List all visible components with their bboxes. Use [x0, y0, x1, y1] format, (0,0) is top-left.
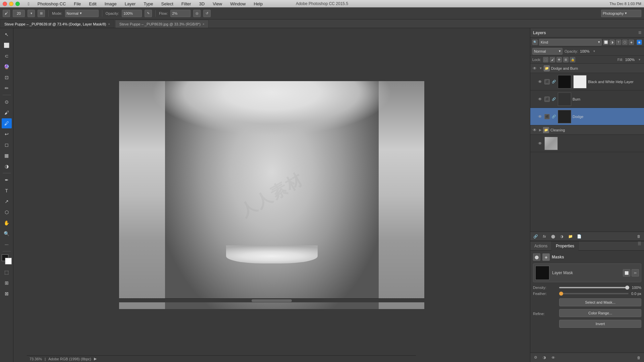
panel-bottom-mask[interactable]: ◑ [541, 354, 548, 361]
path-select-tool[interactable]: ↗ [2, 196, 12, 206]
spot-heal-tool[interactable]: ⊙ [2, 97, 12, 107]
filter-type-icon[interactable]: T [616, 40, 621, 45]
layer-visibility-cleaning[interactable]: 👁 [537, 140, 543, 146]
lasso-tool[interactable]: ⊂ [2, 51, 12, 61]
density-thumb[interactable] [625, 286, 629, 290]
zoom-tool[interactable]: 🔍 [2, 229, 12, 239]
lock-all-icon[interactable]: 🔒 [570, 57, 575, 62]
background-color[interactable] [5, 258, 12, 264]
brush-tool-icon[interactable]: 🖌 [3, 10, 10, 17]
menu-photoshop[interactable]: Photoshop CC [36, 1, 67, 7]
airbrush-icon[interactable]: ◎ [193, 10, 201, 17]
panel-bottom-settings[interactable]: ⚙ [532, 354, 539, 361]
menu-filter[interactable]: Filter [180, 1, 193, 7]
lock-pixels-icon[interactable]: 🖌 [550, 57, 555, 62]
layer-visibility-dodge[interactable]: 👁 [537, 114, 543, 120]
link-layers-icon[interactable]: 🔗 [532, 233, 539, 240]
quick-mask-tool[interactable]: ⬚ [2, 267, 12, 277]
fill-value[interactable]: 100% [625, 58, 635, 62]
pen-tool[interactable]: ✒ [2, 175, 12, 185]
extra-tools[interactable]: ··· [2, 239, 12, 249]
menu-select[interactable]: Select [160, 1, 175, 7]
tab-2[interactable]: Steve Puppe – _PUP8639.jpg @ 33.3% (RGB/… [115, 20, 209, 28]
group-arrow-2[interactable]: ▶ [539, 128, 542, 132]
fill-chevron[interactable]: ▾ [637, 57, 642, 62]
hand-tool[interactable]: ✋ [2, 218, 12, 228]
tab-actions[interactable]: Actions [530, 241, 552, 251]
feather-slider[interactable] [559, 293, 629, 294]
brush-settings-icon[interactable]: ⊞ [38, 10, 45, 17]
layers-panel-menu[interactable]: ☰ [638, 31, 641, 35]
layer-bw-help[interactable]: 👁 ⬛ 🔗 Black and White Help Layer [530, 73, 644, 90]
blend-mode-select[interactable]: Normal ▾ [532, 48, 562, 55]
opacity-value[interactable]: 100% [580, 49, 589, 53]
window-controls[interactable] [3, 2, 20, 6]
menu-window[interactable]: Window [229, 1, 247, 7]
properties-panel-menu[interactable]: ☰ [638, 241, 644, 250]
canvas-area[interactable]: 人人素材 73.36% | Adobe RGB (1998) (8bpc) ▶ [13, 28, 530, 362]
menu-layer[interactable]: Layer [123, 1, 137, 7]
adjustment-icon[interactable]: ◑ [558, 233, 565, 240]
filter-kind-select[interactable]: Kind ▾ [539, 39, 602, 46]
panel-bottom-delete[interactable]: 🗑 [635, 354, 642, 361]
status-arrow[interactable]: ▶ [94, 357, 97, 361]
filter-smart-icon[interactable]: ◈ [629, 40, 634, 45]
menu-file[interactable]: File [72, 1, 82, 7]
filter-shape-icon[interactable]: ⬡ [622, 40, 628, 45]
layer-chain-bw[interactable]: 🔗 [551, 79, 556, 84]
color-swatches[interactable] [2, 254, 12, 264]
menu-view[interactable]: View [211, 1, 223, 7]
panel-bottom-visible[interactable]: 👁 [550, 354, 556, 361]
select-rect-tool[interactable]: ⬜ [2, 40, 12, 50]
gradient-tool[interactable]: ▦ [2, 150, 12, 161]
menu-help[interactable]: Help [252, 1, 264, 7]
lock-transparent-icon[interactable]: ⬚ [543, 57, 548, 62]
feather-thumb[interactable] [559, 292, 563, 296]
eyedropper-tool[interactable]: ✏ [2, 83, 12, 93]
new-layer-icon[interactable]: 📄 [576, 233, 583, 240]
flow-input[interactable]: 2% [170, 10, 191, 17]
select-mask-btn[interactable]: ✂ [632, 269, 639, 277]
brush-picker-icon[interactable]: ▾ [28, 10, 35, 17]
filter-pixel-icon[interactable]: ⬜ [603, 40, 608, 45]
invert-btn[interactable]: Invert [559, 320, 641, 328]
clone-stamp-tool[interactable]: 🖊 [2, 118, 12, 128]
layers-list[interactable]: 👁 ▼ 📁 Dodge and Burn 👁 ⬛ 🔗 Black and Whi… [530, 64, 644, 232]
filter-icon[interactable]: 🔍 [532, 40, 538, 45]
horizontal-scrollbar[interactable] [119, 298, 424, 302]
text-tool[interactable]: T [2, 186, 12, 196]
add-mask-icon[interactable]: ⬤ [550, 233, 556, 240]
opacity-input[interactable]: 100% [122, 10, 142, 17]
eraser-tool[interactable]: ◻ [2, 140, 12, 150]
group-arrow-1[interactable]: ▼ [539, 66, 542, 70]
lock-artboard-icon[interactable]: ⊞ [563, 57, 569, 62]
crop-tool[interactable]: ⊡ [2, 72, 12, 82]
brush-size-display[interactable]: 20 [13, 10, 25, 17]
group-visibility-2[interactable]: 👁 [532, 127, 538, 133]
move-tool[interactable]: ↖ [2, 29, 12, 40]
group-visibility-1[interactable]: 👁 [532, 65, 538, 71]
menu-3d[interactable]: 3D [198, 1, 206, 7]
layer-cleaning-bg[interactable]: 👁 [530, 135, 644, 152]
apply-mask-btn[interactable]: ⬜ [623, 269, 630, 277]
history-brush-tool[interactable]: ↩ [2, 129, 12, 139]
tab-2-close[interactable]: × [203, 22, 204, 26]
tab-1-close[interactable]: × [108, 22, 110, 26]
filter-toggle[interactable]: ◉ [637, 40, 642, 45]
filter-adjust-icon[interactable]: ◑ [609, 40, 615, 45]
dodge-tool[interactable]: ◑ [2, 161, 12, 171]
layer-group-cleaning[interactable]: 👁 ▶ 📁 Cleaning [530, 125, 644, 135]
menu-image[interactable]: Image [103, 1, 118, 7]
group-icon[interactable]: 📁 [567, 233, 574, 240]
brush-tool[interactable]: 🖌 [2, 108, 12, 118]
screen-mode-2[interactable]: ⊠ [2, 289, 12, 299]
scroll-thumb-x[interactable] [252, 299, 292, 302]
screen-mode-tool[interactable]: ⊞ [2, 278, 12, 288]
shape-tool[interactable]: ⬡ [2, 207, 12, 217]
quick-select-tool[interactable]: 🔮 [2, 62, 12, 72]
tab-1[interactable]: Steve Puppe – _PUP8639.tif @ 73.4% (Dodg… [0, 20, 114, 28]
opacity-extra-icon[interactable]: ✎ [145, 10, 152, 17]
lock-position-icon[interactable]: ✥ [556, 57, 562, 62]
opacity-chevron[interactable]: ▾ [592, 49, 597, 54]
menu-type[interactable]: Type [142, 1, 154, 7]
